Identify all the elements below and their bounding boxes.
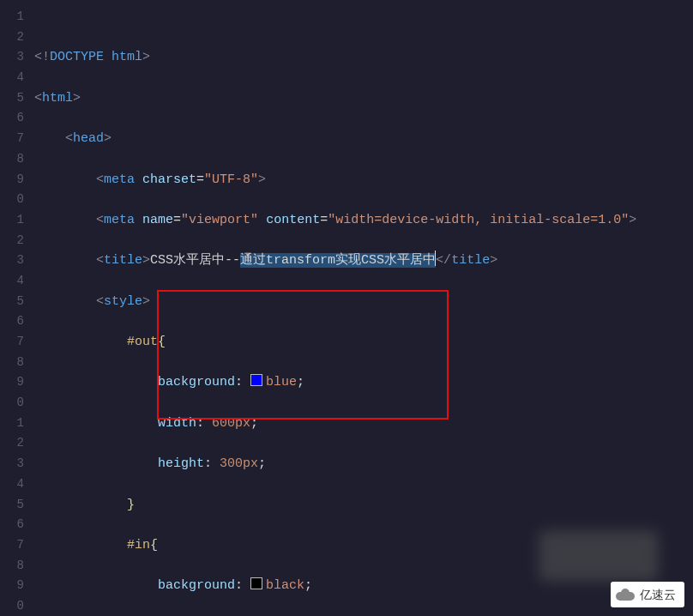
css-value: black [266,578,304,593]
watermark-text: 亿速云 [640,585,676,604]
css-selector: #in [127,538,150,553]
css-value: blue [266,375,297,390]
css-prop: width [158,416,196,431]
code-line[interactable]: <head> [34,129,636,149]
punct: <! [34,50,50,64]
tag-name: head [73,131,104,146]
line-number: 1 [0,414,24,434]
line-number: 6 [0,108,24,129]
tag-name: meta [104,213,135,227]
line-number: 9 [0,576,24,596]
line-number: 8 [0,353,24,373]
line-number: 0 [0,393,24,414]
attr-name: name [142,213,173,227]
line-number: 1 [0,7,24,27]
line-number: 0 [0,596,24,616]
tag-name: html [111,50,142,64]
attr-value: "viewport" [181,213,258,227]
css-value: 300px [220,456,258,471]
watermark-badge: 亿速云 [611,582,684,607]
tag-name: meta [104,172,135,187]
code-line[interactable]: <style> [34,292,636,312]
line-number: 9 [0,170,24,190]
line-number: 6 [0,515,24,535]
line-number: 8 [0,149,24,170]
line-number: 4 [0,68,24,88]
line-number: 2 [0,433,24,454]
doctype: DOCTYPE [50,50,104,64]
code-line[interactable]: <meta charset="UTF-8"> [34,170,636,190]
line-number: 4 [0,474,24,495]
color-swatch-icon[interactable] [250,374,262,386]
code-line[interactable]: #out{ [34,332,636,353]
line-number: 5 [0,88,24,109]
tag-name: title [451,253,490,268]
line-number: 5 [0,292,24,312]
title-text: CSS水平居中-- [150,253,240,268]
line-number-gutter: 1 2 3 4 5 6 7 8 9 0 1 2 3 4 5 6 7 8 9 0 … [0,0,29,616]
line-number: 3 [0,47,24,68]
line-number: 3 [0,251,24,271]
css-selector: #out [127,335,158,349]
code-line[interactable]: <title>CSS水平居中--通过transform实现CSS水平居中</ti… [34,251,636,271]
code-line[interactable]: <html> [34,88,636,109]
line-number: 8 [0,556,24,577]
attr-name: charset [142,172,196,187]
attr-name: content [266,213,320,227]
line-number: 1 [0,210,24,231]
line-number: 6 [0,311,24,332]
line-number: 5 [0,495,24,516]
line-number: 7 [0,129,24,149]
line-number: 2 [0,27,24,48]
selected-text[interactable]: 通过transform实现CSS水平居中 [240,253,436,268]
blurred-region [539,530,659,582]
css-prop: background [158,375,235,390]
line-number: 0 [0,190,24,210]
line-number: 9 [0,372,24,393]
line-number: 4 [0,271,24,292]
line-number: 3 [0,454,24,474]
code-line[interactable]: <meta name="viewport" content="width=dev… [34,210,636,231]
css-value: 600px [212,416,250,431]
tag-name: style [104,294,142,309]
attr-value: "UTF-8" [204,172,258,187]
code-line[interactable]: <!DOCTYPE html> [34,47,636,68]
code-line[interactable]: width: 600px; [34,414,636,434]
code-line[interactable]: } [34,495,636,516]
line-number: 7 [0,535,24,556]
code-editor[interactable]: 1 2 3 4 5 6 7 8 9 0 1 2 3 4 5 6 7 8 9 0 … [0,0,693,616]
color-swatch-icon[interactable] [250,577,262,589]
code-line[interactable]: background: blue; [34,372,636,393]
attr-value: "width=device-width, initial-scale=1.0" [328,213,629,227]
css-prop: background [158,578,235,593]
line-number: 2 [0,231,24,251]
code-line[interactable]: height: 300px; [34,454,636,474]
tag-name: title [104,253,142,268]
line-number: 7 [0,332,24,353]
tag-name: html [42,91,73,106]
css-prop: height [158,456,204,471]
code-area[interactable]: <!DOCTYPE html> <html> <head> <meta char… [29,0,636,616]
cloud-icon [616,589,635,601]
